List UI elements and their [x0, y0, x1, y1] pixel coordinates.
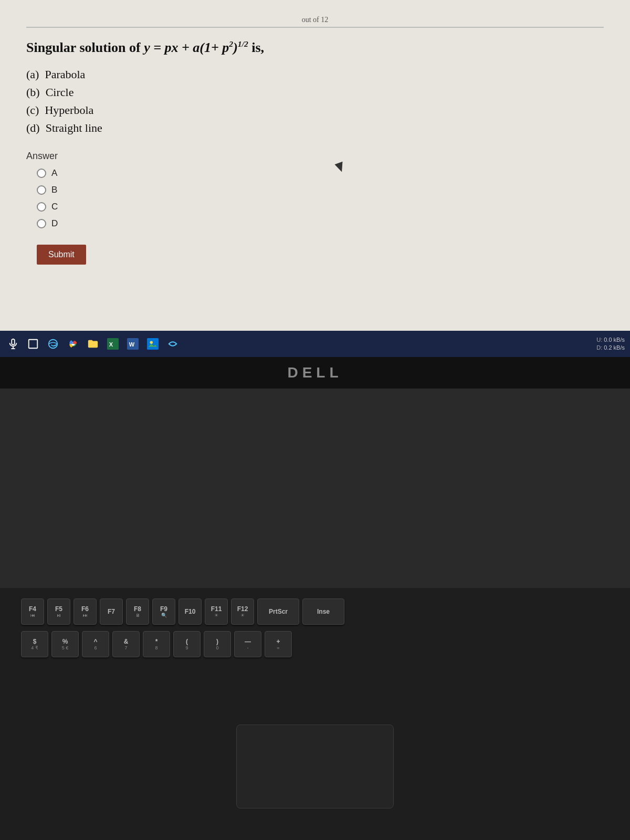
svg-text:X: X — [109, 341, 113, 348]
key-f5[interactable]: F5 ⏯ — [47, 598, 70, 625]
taskbar-excel-icon[interactable]: X — [105, 336, 121, 352]
key-f9[interactable]: F9 🔍 — [152, 598, 175, 625]
key-6-caret[interactable]: ^ 6 — [82, 631, 109, 657]
key-f12[interactable]: F12 ☀ — [231, 598, 254, 625]
option-a: (a) Parabola — [26, 68, 604, 81]
svg-rect-3 — [29, 340, 38, 349]
taskbar-microphone-icon[interactable] — [5, 336, 21, 352]
key-4-dollar[interactable]: $ 4 ₹ — [21, 631, 48, 657]
touchpad[interactable] — [236, 724, 394, 808]
key-minus[interactable]: — - — [234, 631, 261, 657]
taskbar-folder-icon[interactable] — [85, 336, 101, 352]
radio-b[interactable]: B — [37, 185, 604, 195]
taskbar-edge-icon[interactable] — [45, 336, 61, 352]
progress-text: out of 12 — [302, 16, 329, 24]
question-title: Singular solution of y = px + a(1+ p2)1/… — [26, 38, 604, 57]
radio-d[interactable]: D — [37, 218, 604, 229]
taskbar-window-icon[interactable] — [25, 336, 41, 352]
key-7-ampersand[interactable]: & 7 — [112, 631, 140, 657]
svg-point-4 — [49, 340, 58, 349]
network-stats: U: 0.0 kB/s D: 0.2 kB/s — [596, 336, 625, 352]
taskbar: X W U: 0.0 kB/s — [0, 331, 630, 357]
radio-label-d: D — [51, 218, 58, 229]
keyboard-area: F4 ⏮ F5 ⏯ F6 ⏭ F7 F8 🖥 F9 🔍 — [0, 588, 630, 840]
screen-content: out of 12 Singular solution of y = px + … — [0, 0, 630, 331]
key-9-lparen[interactable]: ( 9 — [173, 631, 201, 657]
radio-label-b: B — [51, 185, 57, 195]
download-stat: D: 0.2 kB/s — [596, 344, 625, 352]
svg-text:W: W — [129, 341, 135, 348]
math-formula: y = px + a(1+ p2)1/2 — [144, 40, 251, 55]
taskbar-right: U: 0.0 kB/s D: 0.2 kB/s — [596, 336, 625, 352]
upload-stat: U: 0.0 kB/s — [596, 336, 625, 344]
svg-rect-0 — [12, 339, 15, 345]
radio-circle-b — [37, 185, 46, 195]
radio-circle-c — [37, 202, 46, 212]
download-value: 0.2 kB/s — [604, 344, 625, 351]
radio-circle-a — [37, 169, 46, 178]
options-list: (a) Parabola (b) Circle (c) Hyperbola (d… — [26, 68, 604, 135]
taskbar-arrow-icon[interactable] — [165, 336, 181, 352]
key-f4[interactable]: F4 ⏮ — [21, 598, 44, 625]
fn-row: F4 ⏮ F5 ⏯ F6 ⏭ F7 F8 🖥 F9 🔍 — [21, 598, 609, 625]
key-5-percent[interactable]: % 5 € — [51, 631, 79, 657]
svg-rect-10 — [147, 338, 159, 350]
radio-label-a: A — [51, 168, 57, 178]
radio-label-c: C — [51, 202, 58, 212]
key-f11[interactable]: F11 ☀ — [205, 598, 228, 625]
key-f7[interactable]: F7 — [100, 598, 123, 625]
key-0-rparen[interactable]: ) 0 — [204, 631, 231, 657]
bezel-area: DELL — [0, 357, 630, 388]
key-insert[interactable]: Inse — [302, 598, 344, 625]
radio-group: A B C D — [37, 168, 604, 229]
radio-c[interactable]: C — [37, 202, 604, 212]
taskbar-word-icon[interactable]: W — [125, 336, 141, 352]
taskbar-chrome-icon[interactable] — [65, 336, 81, 352]
answer-section: Answer A B C D Submit — [26, 151, 604, 265]
svg-point-11 — [150, 341, 153, 344]
upload-value: 0.0 kB/s — [604, 337, 625, 343]
taskbar-photos-icon[interactable] — [145, 336, 161, 352]
question-prefix: Singular solution of — [26, 40, 144, 55]
key-f6[interactable]: F6 ⏭ — [74, 598, 97, 625]
progress-bar: out of 12 — [26, 16, 604, 28]
key-f8[interactable]: F8 🖥 — [126, 598, 149, 625]
submit-button[interactable]: Submit — [37, 245, 86, 265]
answer-label: Answer — [26, 151, 604, 162]
dell-logo: DELL — [287, 364, 342, 381]
question-suffix: is, — [251, 40, 264, 55]
key-plus[interactable]: + = — [265, 631, 292, 657]
option-b: (b) Circle — [26, 86, 604, 99]
laptop-body: F4 ⏮ F5 ⏯ F6 ⏭ F7 F8 🖥 F9 🔍 — [0, 388, 630, 840]
screen-area: out of 12 Singular solution of y = px + … — [0, 0, 630, 357]
radio-circle-d — [37, 219, 46, 228]
option-d: (d) Straight line — [26, 121, 604, 135]
option-c: (c) Hyperbola — [26, 103, 604, 117]
key-f10[interactable]: F10 — [178, 598, 202, 625]
key-prtscr[interactable]: PrtScr — [257, 598, 299, 625]
key-8-asterisk[interactable]: * 8 — [143, 631, 170, 657]
number-row: $ 4 ₹ % 5 € ^ 6 & 7 * 8 ( 9 — [21, 631, 609, 657]
radio-a[interactable]: A — [37, 168, 604, 178]
